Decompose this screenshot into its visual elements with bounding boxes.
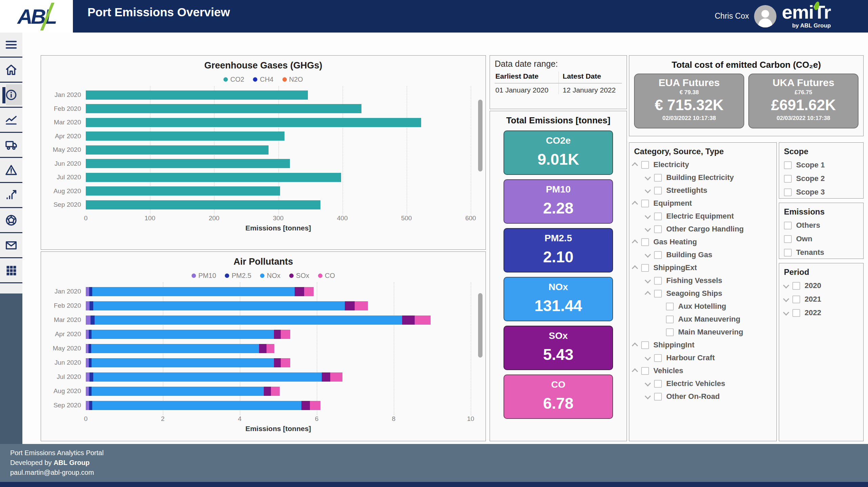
legend-item-PM10[interactable]: PM10 (192, 272, 216, 280)
filter-option-label[interactable]: Tenants (796, 248, 824, 257)
filter-option-label[interactable]: 2022 (805, 308, 821, 317)
chevron-down-icon[interactable] (645, 380, 651, 386)
bar-segment-PM2.5[interactable] (90, 372, 93, 382)
bar-segment-PM10[interactable] (86, 287, 89, 296)
chevron-down-icon[interactable] (645, 393, 651, 399)
total-card-SOx[interactable]: SOx5.43 (504, 326, 613, 370)
filter-option-label[interactable]: Scope 1 (796, 161, 825, 169)
checkbox[interactable] (654, 290, 662, 298)
tree-item-label[interactable]: Aux Hotelling (678, 302, 726, 311)
bar-segment-CO[interactable] (304, 287, 314, 296)
tree-item-label[interactable]: ShippingExt (653, 263, 697, 272)
bar-segment-PM2.5[interactable] (89, 358, 92, 367)
bar-segment-PM10[interactable] (86, 301, 90, 310)
bar-segment-CO2[interactable] (86, 186, 280, 196)
bar-segment-PM10[interactable] (86, 330, 89, 339)
tree-item-label[interactable]: Fishing Vessels (666, 276, 722, 285)
chevron-down-icon[interactable] (645, 251, 651, 257)
checkbox[interactable] (654, 174, 662, 182)
bar-segment-NOx[interactable] (92, 401, 301, 410)
chevron-down-icon[interactable] (783, 296, 789, 302)
chevron-up-icon[interactable] (632, 368, 638, 374)
legend-item-NOx[interactable]: NOx (260, 272, 280, 280)
checkbox[interactable] (792, 296, 800, 303)
air-chart-scrollbar[interactable] (478, 293, 482, 358)
chevron-down-icon[interactable] (645, 212, 651, 219)
legend-item-N2O[interactable]: N2O (282, 76, 303, 83)
sidebar-item-statistics[interactable] (0, 183, 22, 208)
sidebar-item-apps[interactable] (0, 258, 22, 283)
bar-segment-PM2.5[interactable] (90, 301, 93, 310)
bar-segment-NOx[interactable] (93, 301, 345, 310)
chevron-down-icon[interactable] (783, 309, 789, 315)
tree-item-label[interactable]: Main Maneuvering (678, 328, 743, 337)
filter-option-label[interactable]: Others (796, 221, 820, 230)
bar-segment-NOx[interactable] (92, 387, 264, 396)
tree-item-label[interactable]: Electricity (653, 160, 689, 169)
legend-item-PM2.5[interactable]: PM2.5 (225, 272, 251, 280)
checkbox[interactable] (792, 282, 800, 290)
sidebar-item-alerts[interactable] (0, 158, 22, 183)
tree-item-label[interactable]: Electric Equipment (666, 212, 734, 221)
checkbox[interactable] (641, 238, 649, 246)
bar-segment-CO[interactable] (271, 387, 280, 396)
bar-segment-CO[interactable] (355, 301, 368, 310)
legend-item-CO[interactable]: CO (318, 272, 335, 280)
checkbox[interactable] (641, 367, 649, 375)
bar-segment-SOx[interactable] (274, 358, 281, 367)
sidebar-item-home[interactable] (0, 58, 22, 83)
tree-item-label[interactable]: ShippingInt (653, 341, 694, 349)
checkbox[interactable] (654, 277, 662, 285)
chevron-up-icon[interactable] (632, 201, 638, 207)
bar-segment-CO[interactable] (281, 358, 290, 367)
checkbox[interactable] (666, 328, 674, 336)
total-card-CO2e[interactable]: CO2e9.01K (504, 130, 613, 175)
sidebar-item-trends[interactable] (0, 108, 22, 133)
legend-item-CO2[interactable]: CO2 (223, 76, 244, 83)
bar-segment-PM2.5[interactable] (89, 387, 92, 396)
checkbox[interactable] (784, 235, 792, 243)
bar-segment-CO[interactable] (281, 330, 290, 339)
checkbox[interactable] (666, 303, 674, 310)
bar-segment-SOx[interactable] (402, 316, 415, 325)
bar-segment-CO2[interactable] (86, 200, 320, 209)
chevron-down-icon[interactable] (645, 187, 651, 193)
checkbox[interactable] (784, 175, 792, 183)
bar-segment-CO2[interactable] (86, 131, 284, 141)
chevron-down-icon[interactable] (645, 174, 651, 180)
filter-option-label[interactable]: Scope 2 (796, 174, 825, 183)
chevron-up-icon[interactable] (632, 239, 638, 245)
chevron-down-icon[interactable] (645, 354, 651, 360)
bar-segment-SOx[interactable] (295, 287, 304, 296)
checkbox[interactable] (654, 251, 662, 259)
bar-segment-SOx[interactable] (322, 372, 330, 382)
checkbox[interactable] (654, 212, 662, 220)
bar-segment-SOx[interactable] (301, 401, 310, 410)
bar-segment-CO[interactable] (330, 372, 342, 382)
bar-segment-PM2.5[interactable] (91, 316, 95, 325)
bar-segment-PM10[interactable] (86, 316, 91, 325)
total-card-PM2.5[interactable]: PM2.52.10 (504, 228, 613, 272)
chevron-down-icon[interactable] (783, 282, 789, 288)
total-card-PM10[interactable]: PM102.28 (504, 179, 613, 224)
tree-item-label[interactable]: Streetlights (666, 186, 707, 195)
checkbox[interactable] (792, 309, 800, 317)
bar-segment-PM2.5[interactable] (88, 344, 91, 353)
bar-segment-PM10[interactable] (86, 372, 90, 382)
checkbox[interactable] (641, 161, 649, 169)
bar-segment-SOx[interactable] (345, 301, 355, 310)
legend-item-CH4[interactable]: CH4 (253, 76, 273, 83)
bar-segment-PM10[interactable] (86, 358, 89, 367)
filter-option-label[interactable]: 2020 (805, 281, 821, 290)
tree-item-label[interactable]: Other Cargo Handling (666, 225, 744, 234)
checkbox[interactable] (784, 161, 792, 169)
tree-item-label[interactable]: Harbour Craft (666, 353, 715, 362)
bar-segment-CO[interactable] (415, 316, 431, 325)
checkbox[interactable] (654, 354, 662, 362)
chevron-up-icon[interactable] (632, 342, 638, 348)
tree-item-label[interactable]: Vehicles (653, 366, 683, 375)
filter-option-label[interactable]: Own (796, 235, 812, 243)
chevron-up-icon[interactable] (632, 265, 638, 271)
sidebar-item-mail[interactable] (0, 233, 22, 258)
bar-segment-SOx[interactable] (259, 344, 267, 353)
